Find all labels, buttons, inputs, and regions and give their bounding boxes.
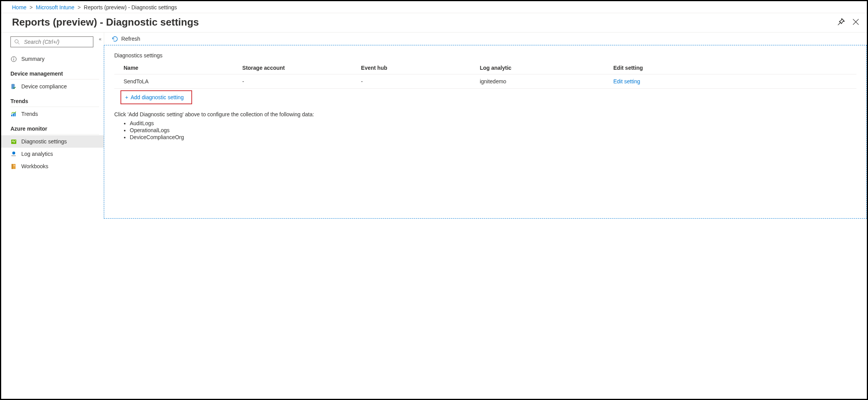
close-icon[interactable] bbox=[853, 19, 859, 26]
svg-rect-16 bbox=[14, 155, 14, 156]
pin-icon[interactable] bbox=[837, 18, 845, 27]
svg-point-3 bbox=[15, 40, 18, 43]
divider bbox=[10, 107, 99, 107]
device-compliance-icon bbox=[10, 83, 17, 90]
breadcrumb: Home > Microsoft Intune > Reports (previ… bbox=[1, 1, 867, 13]
chevron-right-icon: > bbox=[29, 4, 33, 10]
sidebar-section-trends: Trends bbox=[1, 93, 104, 106]
main-panel: Refresh Diagnostics settings Name Storag… bbox=[104, 33, 867, 219]
refresh-label: Refresh bbox=[121, 36, 140, 42]
sidebar-item-trends[interactable]: Trends bbox=[1, 108, 104, 120]
list-item: AuditLogs bbox=[130, 120, 856, 127]
refresh-button[interactable]: Refresh bbox=[112, 36, 140, 42]
col-eventhub: Event hub bbox=[352, 62, 471, 74]
workbooks-icon bbox=[10, 163, 17, 169]
svg-rect-19 bbox=[11, 164, 12, 169]
collapse-sidebar-icon[interactable]: « bbox=[99, 36, 101, 42]
divider bbox=[10, 79, 99, 79]
data-list: AuditLogs OperationalLogs DeviceComplian… bbox=[114, 120, 856, 141]
svg-rect-15 bbox=[12, 155, 13, 156]
table-row: SendToLA - - ignitedemo Edit setting bbox=[114, 74, 856, 89]
sidebar-item-label: Device compliance bbox=[21, 83, 67, 90]
col-name: Name bbox=[114, 62, 233, 74]
col-storage: Storage account bbox=[233, 62, 352, 74]
title-bar: Reports (preview) - Diagnostic settings bbox=[1, 13, 867, 33]
add-diagnostic-setting-label: Add diagnostic setting bbox=[131, 94, 184, 100]
svg-line-0 bbox=[838, 22, 840, 25]
list-item: DeviceComplianceOrg bbox=[130, 134, 856, 141]
plus-icon: + bbox=[125, 94, 128, 100]
svg-point-13 bbox=[12, 151, 15, 154]
refresh-icon bbox=[112, 36, 118, 42]
page-title: Reports (preview) - Diagnostic settings bbox=[12, 16, 837, 28]
svg-rect-14 bbox=[11, 155, 12, 156]
edit-setting-link[interactable]: Edit setting bbox=[614, 78, 640, 84]
breadcrumb-current: Reports (preview) - Diagnostic settings bbox=[84, 4, 177, 10]
sidebar-item-label: Workbooks bbox=[21, 163, 48, 169]
diagnostics-settings-label: Diagnostics settings bbox=[114, 52, 856, 59]
add-diagnostic-setting-button[interactable]: + Add diagnostic setting bbox=[120, 90, 192, 104]
col-loganalytic: Log analytic bbox=[471, 62, 604, 74]
sidebar-item-label: Log analytics bbox=[21, 151, 53, 157]
svg-rect-17 bbox=[15, 155, 15, 156]
log-analytics-icon bbox=[10, 151, 17, 157]
sidebar-item-label: Summary bbox=[21, 56, 45, 62]
chevron-right-icon: > bbox=[77, 4, 81, 10]
sidebar-item-device-compliance[interactable]: Device compliance bbox=[1, 80, 104, 93]
sidebar-item-summary[interactable]: Summary bbox=[1, 53, 104, 65]
cell-storage: - bbox=[233, 74, 352, 89]
svg-rect-10 bbox=[13, 113, 14, 116]
diagnostics-table: Name Storage account Event hub Log analy… bbox=[114, 62, 856, 89]
cell-loganalytic: ignitedemo bbox=[471, 74, 604, 89]
sidebar-section-device-management: Device management bbox=[1, 65, 104, 78]
list-item: OperationalLogs bbox=[130, 127, 856, 134]
trends-icon bbox=[10, 111, 17, 117]
sidebar-section-azure-monitor: Azure monitor bbox=[1, 120, 104, 133]
col-editsetting: Edit setting bbox=[604, 62, 856, 74]
cell-name: SendToLA bbox=[114, 74, 233, 89]
info-icon bbox=[10, 56, 17, 62]
sidebar-item-log-analytics[interactable]: Log analytics bbox=[1, 148, 104, 160]
diagnostic-settings-icon bbox=[10, 138, 17, 145]
svg-rect-21 bbox=[13, 166, 15, 166]
search-icon bbox=[14, 39, 20, 45]
sidebar-item-label: Diagnostic settings bbox=[21, 138, 67, 145]
hint-text: Click 'Add Diagnostic setting' above to … bbox=[114, 111, 856, 117]
cell-eventhub: - bbox=[352, 74, 471, 89]
svg-rect-9 bbox=[11, 114, 12, 116]
svg-rect-20 bbox=[13, 165, 15, 165]
svg-line-4 bbox=[18, 43, 19, 44]
svg-point-7 bbox=[14, 57, 14, 58]
sidebar: « Summary Device management Device compl… bbox=[1, 33, 104, 219]
toolbar: Refresh bbox=[104, 33, 867, 45]
sidebar-item-workbooks[interactable]: Workbooks bbox=[1, 160, 104, 172]
sidebar-item-label: Trends bbox=[21, 111, 38, 117]
divider bbox=[10, 134, 99, 134]
sidebar-item-diagnostic-settings[interactable]: Diagnostic settings bbox=[1, 135, 104, 148]
search-input[interactable] bbox=[23, 38, 90, 45]
search-input-wrapper[interactable] bbox=[10, 36, 93, 47]
breadcrumb-intune[interactable]: Microsoft Intune bbox=[36, 4, 75, 10]
breadcrumb-home[interactable]: Home bbox=[12, 4, 26, 10]
